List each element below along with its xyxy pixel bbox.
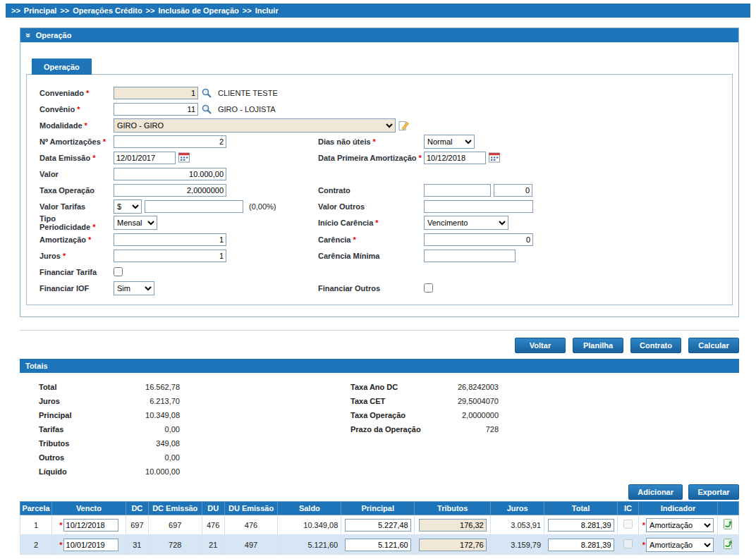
form-row: Modalidade* GIRO - GIRO — [32, 117, 726, 133]
search-icon[interactable] — [201, 104, 212, 115]
breadcrumb-separator: >> — [146, 6, 155, 15]
calcular-button[interactable]: Calcular — [688, 338, 739, 353]
principal-input[interactable] — [345, 519, 411, 532]
carencia-label: Carência* — [318, 235, 424, 244]
data-emissao-input[interactable] — [114, 152, 176, 164]
indicador-select[interactable]: Amortização — [646, 538, 714, 552]
vencto-input[interactable] — [63, 539, 118, 551]
saldo-cell: 5.121,60 — [278, 535, 341, 555]
edit-icon[interactable] — [398, 120, 410, 131]
totais-header: Totais — [20, 359, 739, 373]
vencto-input[interactable] — [63, 519, 118, 532]
panel-header: » Operação — [20, 28, 738, 42]
breadcrumb-principal[interactable]: Principal — [24, 6, 56, 15]
required-marker: * — [63, 252, 66, 260]
breadcrumb-separator: >> — [243, 6, 252, 15]
prazo-operacao-label: Prazo da Operação — [350, 425, 439, 434]
indicador-select[interactable]: Amortização — [646, 518, 714, 532]
required-marker: * — [353, 235, 355, 244]
tarifas-label: Tarifas — [39, 425, 109, 434]
form-row: Amortização* Carência* — [32, 231, 726, 247]
du-emissao-cell: 497 — [224, 535, 278, 555]
col-parcela: Parcela — [20, 502, 52, 515]
tributos-input[interactable] — [419, 519, 487, 532]
financiar-iof-select[interactable]: Sim — [114, 281, 154, 295]
tab-operacao[interactable]: Operação — [32, 59, 92, 75]
required-marker: * — [419, 154, 422, 162]
collapse-chevron-icon[interactable]: » — [25, 33, 32, 38]
calendar-icon[interactable] — [489, 152, 500, 163]
col-dc-emissao: DC Emissão — [148, 502, 202, 515]
taxa-operacao-total-value: 2,0000000 — [439, 411, 499, 419]
breadcrumb-inclusao-de-operacao[interactable]: Inclusão de Operação — [158, 6, 238, 15]
inicio-carencia-select[interactable]: Vencimento — [424, 216, 508, 230]
total-input[interactable] — [548, 539, 614, 551]
tributos-input[interactable] — [419, 539, 487, 551]
total-row: Líquido10.000,00 — [39, 465, 180, 479]
taxa-cet-label: Taxa CET — [350, 397, 439, 405]
breadcrumb: >> Principal >> Operações Crédito >> Inc… — [6, 4, 750, 18]
parcelas-table: Parcela Vencto DC DC Emissão DU DU Emiss… — [20, 501, 739, 555]
breadcrumb-incluir[interactable]: Incluir — [255, 6, 279, 15]
carencia-input[interactable] — [424, 233, 533, 246]
dc-emissao-cell: 728 — [148, 535, 202, 555]
taxa-cet-value: 29,5004070 — [439, 397, 499, 405]
separator — [20, 330, 739, 331]
required-marker: * — [85, 121, 87, 130]
amortizacao-label: Amortização* — [32, 235, 114, 244]
ic-checkbox[interactable] — [623, 539, 633, 548]
col-tributos: Tributos — [415, 502, 491, 515]
principal-input[interactable] — [345, 539, 411, 551]
financiar-tarifa-checkbox[interactable] — [114, 267, 123, 276]
contrato-input[interactable] — [424, 184, 491, 197]
amortizacao-input[interactable] — [114, 233, 226, 246]
dc-cell: 31 — [126, 535, 148, 555]
required-marker: * — [88, 235, 91, 244]
contrato-button[interactable]: Contrato — [630, 338, 681, 353]
recalc-row-icon[interactable] — [722, 518, 734, 530]
dias-nao-uteis-label: Dias não úteis* — [318, 137, 424, 146]
valor-tarifas-input[interactable] — [145, 200, 243, 213]
col-vencto: Vencto — [51, 502, 126, 515]
num-amortizacoes-input[interactable] — [114, 135, 226, 148]
form-row: Financiar Tarifa — [32, 264, 726, 280]
dc-cell: 697 — [126, 515, 148, 535]
total-row: Juros6.213,70 — [39, 394, 180, 408]
dias-nao-uteis-select[interactable]: Normal — [424, 135, 475, 149]
search-icon[interactable] — [201, 87, 212, 99]
valor-input[interactable] — [114, 168, 226, 180]
conveniado-input[interactable] — [114, 87, 198, 99]
convenio-input[interactable] — [114, 103, 198, 116]
adicionar-button[interactable]: Adicionar — [628, 484, 683, 500]
calendar-icon[interactable] — [178, 152, 190, 163]
contrato-sequence-input[interactable] — [494, 184, 532, 197]
data-primeira-amortizacao-label: Data Primeira Amortização* — [318, 154, 424, 162]
data-primeira-amortizacao-input[interactable] — [424, 152, 486, 164]
juros-input[interactable] — [114, 250, 226, 262]
taxa-ano-dc-value: 26,8242003 — [439, 383, 499, 391]
ic-checkbox[interactable] — [623, 520, 633, 529]
valor-tarifas-currency-select[interactable]: $ — [114, 199, 142, 214]
total-row: Prazo da Operação728 — [350, 422, 499, 436]
required-marker: * — [375, 219, 378, 227]
breadcrumb-separator: >> — [11, 6, 20, 15]
col-actions — [717, 502, 738, 515]
planilha-button[interactable]: Planilha — [573, 338, 623, 353]
exportar-button[interactable]: Exportar — [688, 484, 739, 500]
tarifas-value: 0,00 — [109, 425, 180, 434]
carencia-minima-input[interactable] — [424, 250, 516, 262]
total-row: Outros0,00 — [39, 450, 180, 465]
modalidade-label: Modalidade* — [32, 121, 114, 130]
voltar-button[interactable]: Voltar — [515, 338, 566, 353]
convenio-label: Convênio* — [32, 105, 114, 113]
recalc-row-icon[interactable] — [722, 538, 734, 550]
du-emissao-cell: 476 — [224, 515, 278, 535]
taxa-operacao-input[interactable] — [114, 184, 226, 197]
financiar-outros-checkbox[interactable] — [424, 283, 433, 293]
tipo-periodicidade-select[interactable]: Mensal — [114, 216, 157, 230]
total-value: 16.562,78 — [109, 383, 180, 391]
valor-outros-input[interactable] — [424, 200, 533, 213]
breadcrumb-operacoes-credito[interactable]: Operações Crédito — [73, 6, 142, 15]
modalidade-select[interactable]: GIRO - GIRO — [114, 118, 396, 133]
total-input[interactable] — [548, 519, 614, 532]
